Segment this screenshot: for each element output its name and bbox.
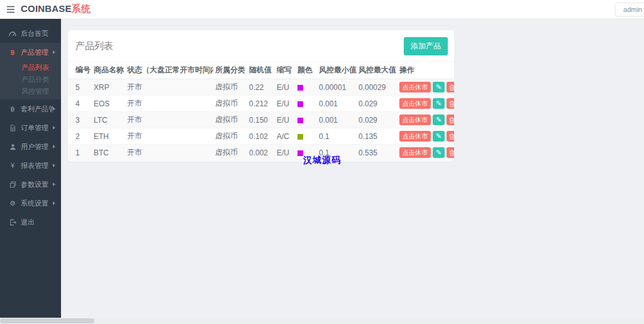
cell-abbr: E/U	[275, 145, 296, 161]
sidebar-group-system: ⚙系统设置	[0, 194, 61, 213]
bitcoin-icon: ฿	[8, 49, 17, 56]
brand-main: COINBASE	[21, 3, 72, 14]
sidebar-item-label: 产品管理	[21, 48, 53, 57]
sidebar-subitem-product-list[interactable]: 产品列表	[0, 62, 61, 74]
sidebar-item-users[interactable]: 用户管理	[0, 137, 61, 156]
cell-random: 0.002	[247, 145, 275, 161]
cell-abbr: E/U	[275, 96, 296, 112]
cell-max: 0.029	[357, 112, 397, 128]
color-swatch	[297, 134, 303, 140]
trash-icon	[449, 117, 454, 123]
cell-status: 开市	[125, 79, 213, 96]
cell-max: 0.029	[357, 96, 397, 112]
dashboard-icon	[8, 30, 17, 37]
toggle-market-button[interactable]: 点击休市	[399, 115, 431, 125]
sidebar-item-reports[interactable]: ¥报表管理	[0, 156, 61, 175]
menu-toggle-icon[interactable]	[6, 6, 15, 13]
trash-icon	[449, 133, 454, 140]
brand-accent: 系统	[72, 3, 91, 14]
delete-button[interactable]	[447, 82, 454, 92]
cell-name: BTC	[92, 145, 125, 161]
table-header-row: 编号商品名称状态（大盘正常开市时间内）所属分类随机值缩写颜色风控最小值风控最大值…	[68, 62, 454, 79]
sidebar: 后台首页฿产品管理产品列表产品分类风控管理฿套利产品管理订单管理用户管理¥报表管…	[0, 19, 61, 318]
sidebar-item-home[interactable]: 后台首页	[0, 24, 61, 43]
cell-color	[296, 128, 317, 145]
sidebar-item-logout[interactable]: 退出	[0, 213, 61, 232]
color-swatch	[297, 118, 303, 123]
product-list-card: 产品列表 添加产品 编号商品名称状态（大盘正常开市时间内）所属分类随机值缩写颜色…	[68, 30, 454, 162]
toggle-market-button[interactable]: 点击休市	[399, 82, 431, 92]
sidebar-item-label: 参数设置	[21, 180, 53, 189]
delete-button[interactable]	[447, 147, 454, 158]
table-row: 1BTC开市虚拟币0.002E/U0.10.535点击休市✎	[68, 145, 454, 161]
trash-icon	[449, 150, 454, 156]
toggle-market-button[interactable]: 点击休市	[399, 98, 431, 109]
sidebar-item-products[interactable]: ฿产品管理	[0, 43, 61, 62]
brand-logo: COINBASE系统	[21, 3, 91, 15]
chevron-right-icon	[53, 50, 55, 54]
column-header: 编号	[68, 62, 92, 79]
watermark-link[interactable]: 汉城源码	[303, 155, 341, 166]
column-header: 状态（大盘正常开市时间内）	[125, 62, 213, 79]
orders-icon	[8, 125, 17, 131]
yen-icon: ¥	[8, 162, 17, 169]
edit-button[interactable]: ✎	[433, 98, 445, 109]
bitcoin-icon: ฿	[8, 106, 17, 113]
sidebar-item-label: 订单管理	[21, 123, 53, 133]
pencil-icon: ✎	[436, 99, 441, 108]
cell-id: 2	[68, 128, 92, 145]
cell-color	[296, 112, 317, 128]
edit-button[interactable]: ✎	[433, 147, 445, 158]
cell-min: 0.001	[317, 96, 357, 112]
chevron-right-icon	[53, 126, 55, 130]
edit-button[interactable]: ✎	[433, 82, 445, 92]
scrollbar-thumb[interactable]	[0, 318, 94, 323]
edit-button[interactable]: ✎	[433, 131, 445, 142]
pencil-icon: ✎	[436, 132, 441, 140]
sidebar-group-products: ฿产品管理产品列表产品分类风控管理	[0, 43, 61, 99]
delete-button[interactable]	[447, 131, 454, 142]
column-header: 风控最大值	[357, 62, 397, 79]
cell-name: ETH	[92, 128, 125, 145]
main-content: 产品列表 添加产品 编号商品名称状态（大盘正常开市时间内）所属分类随机值缩写颜色…	[61, 19, 644, 324]
cell-actions: 点击休市✎	[397, 128, 454, 145]
toggle-market-button[interactable]: 点击休市	[399, 147, 431, 158]
sidebar-item-system[interactable]: ⚙系统设置	[0, 194, 61, 213]
cell-category: 虚拟币	[213, 96, 247, 112]
edit-button[interactable]: ✎	[433, 115, 445, 125]
cell-actions: 点击休市✎	[397, 96, 454, 112]
copy-icon	[8, 181, 17, 188]
sidebar-item-orders[interactable]: 订单管理	[0, 118, 61, 137]
cell-id: 5	[68, 79, 92, 96]
sidebar-subitem-product-category[interactable]: 产品分类	[0, 74, 61, 86]
cell-status: 开市	[125, 145, 213, 161]
cell-status: 开市	[125, 112, 213, 128]
cell-random: 0.102	[247, 128, 275, 145]
cell-actions: 点击休市✎	[397, 79, 454, 96]
sidebar-group-arbitrage-products: ฿套利产品管理	[0, 99, 61, 118]
cell-id: 3	[68, 112, 92, 128]
cell-status: 开市	[125, 128, 213, 145]
user-menu[interactable]: admin	[615, 3, 644, 16]
sidebar-item-parameters[interactable]: 参数设置	[0, 175, 61, 194]
sidebar-submenu: 产品列表产品分类风控管理	[0, 62, 61, 98]
add-product-button[interactable]: 添加产品	[404, 37, 448, 55]
cell-max: 0.135	[357, 128, 397, 145]
sidebar-item-label: 退出	[21, 218, 55, 227]
cell-random: 0.150	[247, 112, 275, 128]
sidebar-item-arbitrage-products[interactable]: ฿套利产品管理	[0, 99, 61, 118]
delete-button[interactable]	[447, 98, 454, 109]
chevron-right-icon	[53, 164, 55, 167]
trash-icon	[449, 84, 454, 91]
cell-id: 1	[68, 145, 92, 161]
column-header: 商品名称	[92, 62, 125, 79]
sidebar-item-label: 系统设置	[21, 199, 53, 208]
toggle-market-button[interactable]: 点击休市	[399, 131, 431, 142]
top-header: COINBASE系统 admin	[0, 0, 644, 19]
column-header: 颜色	[296, 62, 317, 79]
sidebar-item-label: 用户管理	[21, 142, 53, 152]
delete-button[interactable]	[447, 115, 454, 125]
cell-max: 0.00029	[357, 79, 397, 96]
horizontal-scrollbar[interactable]	[0, 318, 644, 324]
sidebar-subitem-risk-control[interactable]: 风控管理	[0, 86, 61, 98]
